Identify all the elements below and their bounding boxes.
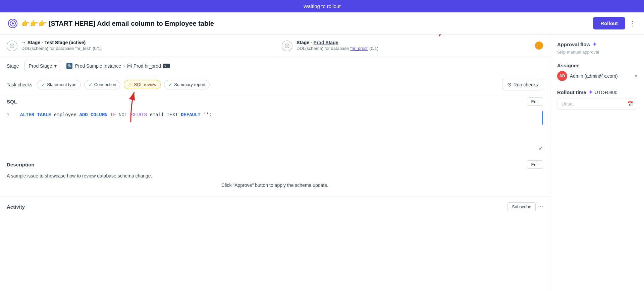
stage-sub-prod: DDL(schema) for database "hr_prod" (0/1) (297, 46, 531, 51)
sparkle-icon: ✦ (592, 41, 597, 48)
chevron-down-icon: ▾ (54, 63, 57, 69)
sql-header: SQL Edit (0, 94, 550, 108)
stages-section: → Stage - Test Stage (active) DDL(schema… (0, 34, 550, 57)
approval-flow-section: Approval flow ✦ Skip manual approval (557, 41, 637, 55)
stage-warning-icon: ! (535, 42, 543, 50)
rollout-sparkle-icon: ✦ (588, 89, 593, 95)
stage-avatar-prod (282, 41, 292, 51)
assignee-name: Admin (admin@x.com) (570, 73, 618, 79)
stage-name-test: → Stage - Test Stage (active) (21, 40, 268, 45)
stage-sub-test: DDL(schema) for database "hr_test" (0/1) (21, 46, 268, 51)
check-label-connection: Connection (94, 82, 116, 87)
terminal-icon[interactable]: >_ (163, 64, 170, 68)
calendar-icon: 📅 (627, 101, 633, 106)
instance-name[interactable]: Prod Sample Instance (75, 63, 121, 69)
approval-flow-subtitle: Skip manual approval (557, 50, 637, 55)
rollout-time-input[interactable]: Unset 📅 (557, 98, 637, 110)
check-label-statement-type: Statement type (47, 82, 76, 87)
banner-text: Waiting to rollout (303, 3, 340, 9)
description-label: Description (7, 162, 35, 167)
line-number: 1 (7, 111, 13, 119)
unset-label: Unset (561, 101, 574, 106)
description-edit-button[interactable]: Edit (527, 160, 543, 169)
activity-more-icon[interactable]: ⋯ (538, 204, 543, 209)
header-right: Rollout ⋮ (593, 17, 636, 29)
check-badge-statement-type[interactable]: ✓ Statement type (37, 80, 80, 89)
check-label-sql-review: SQL review (134, 82, 156, 87)
description-line2: Click "Approve" button to apply the sche… (7, 181, 543, 189)
stage-info-test: → Stage - Test Stage (active) DDL(schema… (21, 40, 268, 51)
prod-db-link[interactable]: "hr_prod" (350, 46, 368, 51)
check-badge-sql-review[interactable]: ⚠ SQL review (124, 80, 161, 89)
sql-section: SQL Edit 1 ALTER TABLE employee ADD COLU… (0, 94, 550, 155)
subscribe-area: Subscribe ⋯ (507, 202, 543, 211)
db-name[interactable]: Prod hr_prod (133, 63, 161, 69)
sql-label: SQL (7, 99, 17, 104)
description-header: Description Edit (7, 160, 543, 169)
rollout-time-title: Rollout time ✦ UTC+0800 (557, 89, 637, 95)
check-icon-statement-type: ✓ (41, 82, 45, 87)
description-line1: A sample issue to showcase how to review… (7, 172, 543, 179)
check-badge-summary-report[interactable]: ✓ Summary report (164, 80, 210, 89)
emoji-prefix: 👉👉👉 (21, 20, 49, 27)
stage-info-prod: Stage - Prod Stage DDL(schema) for datab… (297, 40, 531, 51)
timezone-label: UTC+0800 (595, 90, 618, 95)
check-label-summary-report: Summary report (174, 82, 205, 87)
stage-item-prod[interactable]: Stage - Prod Stage DDL(schema) for datab… (275, 34, 550, 57)
task-checks-label: Task checks (7, 82, 32, 87)
sql-code: 1 ALTER TABLE employee ADD COLUMN IF NOT… (7, 111, 543, 134)
sql-edit-button[interactable]: Edit (527, 97, 543, 106)
check-icon-sql-review: ⚠ (128, 82, 132, 87)
postgres-icon: 🐘 (66, 63, 72, 69)
subscribe-button[interactable]: Subscribe (507, 202, 536, 211)
right-sidebar: Approval flow ✦ Skip manual approval Ass… (550, 34, 644, 291)
description-section: Description Edit A sample issue to showc… (0, 155, 550, 197)
breadcrumb-separator: › (123, 63, 125, 69)
activity-section: Activity Subscribe ⋯ (0, 197, 550, 217)
toolbar-row: Stage Prod Stage ▾ 🐘 Prod Sample Instanc… (0, 57, 550, 75)
stage-name-prod: Stage - Prod Stage (297, 40, 531, 45)
activity-label: Activity (7, 204, 25, 210)
chevron-down-icon[interactable]: ▾ (635, 73, 637, 79)
run-checks-icon: ⊙ (507, 81, 512, 88)
check-badge-connection[interactable]: ✓ Connection (84, 80, 121, 89)
more-menu-icon[interactable]: ⋮ (629, 19, 636, 27)
header-left: 👉👉👉 [START HERE] Add email column to Emp… (8, 19, 214, 28)
header-bar: 👉👉👉 [START HERE] Add email column to Emp… (0, 12, 644, 34)
expand-icon[interactable]: ⤢ (539, 145, 543, 151)
approval-flow-title: Approval flow ✦ (557, 41, 637, 48)
prod-stage-link[interactable]: Prod Stage (314, 40, 338, 45)
main-layout: → Stage - Test Stage (active) DDL(schema… (0, 34, 644, 291)
svg-point-1 (12, 22, 14, 24)
assignee-row[interactable]: AD Admin (admin@x.com) ▾ (557, 71, 637, 81)
top-banner: Waiting to rollout (0, 0, 644, 12)
assignee-title: Assignee (557, 63, 637, 68)
stage-avatar-test (7, 41, 17, 51)
db-icon: Prod hr_prod (127, 63, 161, 69)
stage-label: Stage (7, 63, 19, 69)
run-checks-button[interactable]: ⊙ Run checks (502, 79, 543, 90)
description-text: A sample issue to showcase how to review… (7, 172, 543, 189)
task-checks-row: Task checks ✓ Statement type ✓ Connectio… (0, 75, 550, 94)
check-icon-connection: ✓ (89, 82, 93, 87)
breadcrumb: 🐘 Prod Sample Instance › Prod hr_prod >_ (66, 63, 170, 69)
sql-code-content: ALTER TABLE employee ADD COLUMN IF NOT E… (20, 111, 212, 119)
sql-code-area: 1 ALTER TABLE employee ADD COLUMN IF NOT… (0, 108, 550, 155)
stage-item-test[interactable]: → Stage - Test Stage (active) DDL(schema… (0, 34, 275, 57)
sql-blue-bar (542, 111, 543, 125)
assignee-section: Assignee AD Admin (admin@x.com) ▾ (557, 63, 637, 81)
svg-point-5 (127, 64, 131, 66)
rollout-button[interactable]: Rollout (593, 17, 625, 29)
avatar: AD (557, 71, 567, 81)
check-icon-summary-report: ✓ (168, 82, 172, 87)
page-title: 👉👉👉 [START HERE] Add email column to Emp… (21, 19, 214, 27)
issue-status-icon[interactable] (8, 19, 17, 28)
left-content: → Stage - Test Stage (active) DDL(schema… (0, 34, 550, 291)
rollout-time-section: Rollout time ✦ UTC+0800 Unset 📅 (557, 89, 637, 110)
stage-select-dropdown[interactable]: Prod Stage ▾ (24, 61, 61, 71)
